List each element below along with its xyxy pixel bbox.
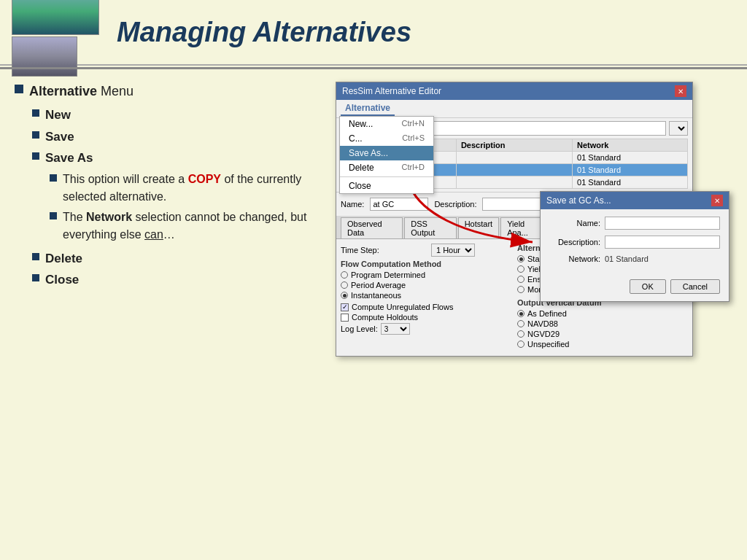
save-as-desc-text-1: This option will create a COPY of the cu…: [63, 171, 321, 206]
row-network: 01 Standard: [573, 176, 688, 189]
radio-icon: [517, 310, 525, 317]
ok-button[interactable]: OK: [630, 279, 666, 294]
name-label: Name:: [341, 200, 364, 209]
dropdown-new[interactable]: New... Ctrl+N: [340, 117, 433, 131]
checkbox-label: Compute Unregulated Flows: [352, 303, 453, 311]
dropdown-save-shortcut: Ctrl+S: [402, 133, 425, 144]
checkbox-holdouts[interactable]: Compute Holdouts: [341, 313, 511, 322]
flow-method-label: Flow Computation Method: [341, 260, 511, 268]
radio-ngvd29[interactable]: NGVD29: [517, 330, 688, 338]
radio-icon: [517, 320, 525, 327]
editor-left-col: Time Step: 1 Hour Flow Computation Metho…: [341, 244, 511, 351]
header: Managing Alternatives: [0, 0, 747, 66]
menu-heading: Alternative Menu: [15, 82, 321, 101]
radio-unspecified[interactable]: Unspecified: [517, 340, 688, 349]
radio-navd88[interactable]: NAVD88: [517, 319, 688, 328]
header-divider: [0, 67, 747, 69]
bullet-icon: [32, 131, 39, 139]
tab-observed-data[interactable]: Observed Data: [341, 217, 403, 238]
header-image-main: [12, 0, 99, 35]
menu-item-new: New: [32, 106, 321, 125]
menu-item-close: Close: [32, 271, 321, 289]
col-header-desc: Description: [456, 139, 572, 152]
alt-filter-select[interactable]: [669, 121, 688, 136]
alt-editor-title: ResSim Alternative Editor: [342, 86, 441, 96]
save-desc-row: Description:: [549, 236, 720, 249]
col-header-network: Network: [573, 139, 688, 152]
checkbox-unregulated[interactable]: ✓ Compute Unregulated Flows: [341, 303, 511, 311]
radio-icon: [341, 292, 348, 299]
bullet-icon: [32, 152, 39, 160]
radio-period-average[interactable]: Period Average: [341, 281, 511, 289]
flow-method-group: Program Determined Period Average Instan…: [341, 271, 511, 300]
tab-hotstart[interactable]: Hotstart: [458, 217, 500, 238]
save-dialog-close-button[interactable]: ✕: [711, 195, 723, 206]
dropdown-close-label: Close: [349, 181, 371, 191]
radio-label: As Defined: [527, 309, 567, 318]
left-panel: Alternative Menu New Save Save As This o…: [15, 82, 321, 292]
radio-label: NGVD29: [527, 330, 560, 338]
bullet-icon: [15, 85, 23, 93]
dropdown-delete[interactable]: Delete Ctrl+D: [340, 160, 433, 175]
dropdown-delete-shortcut: Ctrl+D: [402, 163, 425, 173]
radio-icon: [517, 255, 525, 262]
checkbox-icon: [341, 314, 349, 322]
dropdown-save-label: C...: [349, 133, 363, 144]
tab-dss-output[interactable]: DSS Output: [404, 217, 456, 238]
save-as-desc-text-2: The Network selection cannot be changed,…: [63, 209, 321, 244]
radio-label: NAVD88: [527, 319, 558, 328]
save-desc-label: Description:: [549, 238, 600, 246]
menu-item-save: Save: [32, 128, 321, 147]
alt-editor-menubar: Alternative New... Ctrl+N C... Ctrl+S Sa…: [336, 100, 692, 118]
dropdown-save-as[interactable]: Save As...: [340, 146, 433, 160]
row-network: 01 Standard: [573, 164, 688, 176]
save-dialog-title: Save at GC As...: [546, 195, 611, 206]
radio-icon: [517, 276, 525, 283]
bullet-icon: [32, 274, 39, 281]
row-network: 01 Standard: [573, 152, 688, 164]
radio-instantaneous[interactable]: Instantaneous: [341, 291, 511, 300]
alt-editor-close-button[interactable]: ✕: [675, 85, 686, 97]
alternative-dropdown: New... Ctrl+N C... Ctrl+S Save As... Del…: [339, 116, 434, 194]
save-as-desc-2: The Network selection cannot be changed,…: [50, 209, 321, 244]
radio-icon: [341, 281, 348, 289]
name-input[interactable]: [370, 198, 428, 211]
can-text: can: [144, 228, 163, 241]
radio-icon: [517, 341, 525, 348]
radio-program-determined[interactable]: Program Determined: [341, 271, 511, 279]
save-name-input[interactable]: [605, 217, 720, 230]
menu-heading-text: Alternative Menu: [29, 82, 133, 101]
dropdown-new-label: New...: [349, 119, 373, 129]
save-as-label: Save As: [45, 149, 93, 168]
save-network-row: Network: 01 Standard: [549, 254, 720, 263]
bullet-icon: [32, 109, 39, 117]
datum-group: As Defined NAVD88 NGVD29 Unspecifie: [517, 309, 688, 349]
header-image-small: [12, 36, 77, 77]
dropdown-save[interactable]: C... Ctrl+S: [340, 131, 433, 146]
save-network-value: 01 Standard: [605, 254, 720, 263]
delete-label: Delete: [45, 249, 82, 268]
log-level-select[interactable]: 3: [381, 323, 410, 335]
dropdown-new-shortcut: Ctrl+N: [402, 119, 425, 129]
dropdown-delete-label: Delete: [349, 163, 374, 173]
save-desc-input[interactable]: [605, 236, 720, 249]
log-level-row: Log Level: 3: [341, 323, 511, 335]
time-step-select[interactable]: 1 Hour: [431, 244, 475, 257]
log-level-label: Log Level:: [341, 324, 378, 333]
dropdown-save-as-label: Save As...: [349, 148, 388, 158]
row-desc: [456, 164, 572, 176]
bullet-icon: [50, 212, 57, 219]
cancel-button[interactable]: Cancel: [670, 279, 720, 294]
new-label: New: [45, 106, 71, 125]
radio-as-defined[interactable]: As Defined: [517, 309, 688, 318]
radio-icon: [517, 286, 525, 293]
row-desc: [456, 176, 572, 189]
menu-item-delete: Delete: [32, 249, 321, 268]
checkbox-label: Compute Holdouts: [352, 313, 418, 322]
dropdown-close[interactable]: Close: [340, 179, 433, 193]
alternative-menu[interactable]: Alternative: [341, 101, 395, 116]
radio-label: Instantaneous: [351, 291, 401, 300]
dropdown-divider: [340, 176, 433, 177]
main-content: Alternative Menu New Save Save As This o…: [0, 70, 747, 304]
save-dialog-titlebar: Save at GC As... ✕: [541, 192, 729, 209]
